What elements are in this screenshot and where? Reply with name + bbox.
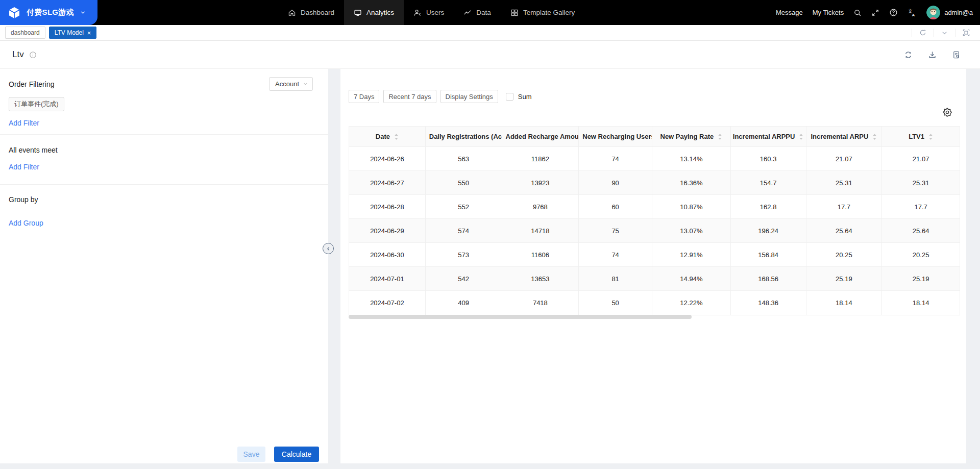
chevron-down-icon [303,81,308,87]
save-button[interactable]: Save [237,447,265,462]
table-cell: 9768 [502,195,579,218]
sort-icon[interactable] [394,133,399,140]
table-row: 2024-06-2855297686010.87%162.817.717.7 [349,195,960,219]
nav-item-users[interactable]: Users [404,0,454,25]
info-icon[interactable] [29,51,37,59]
fullscreen-icon[interactable] [871,9,879,17]
table-cell: 160.3 [731,147,806,170]
table-cell: 550 [426,171,502,194]
app-logo-icon [8,6,21,19]
page-actions [904,51,961,59]
column-label: New Recharging Users [582,133,652,140]
add-group-link[interactable]: Add Group [9,219,43,227]
table-cell: 11862 [502,147,579,170]
my-tickets-link[interactable]: My Tickets [813,9,844,16]
sort-icon[interactable] [718,133,722,140]
main-nav: Dashboard Analytics Users Data Template … [278,0,584,25]
column-header-incremental-arpu[interactable]: Incremental ARPU [806,127,883,146]
table-row: 2024-06-29574147187513.07%196.2425.6425.… [349,219,960,243]
tabbar-actions [912,26,977,39]
nav-item-data[interactable]: Data [454,0,501,25]
add-filter-link[interactable]: Add Filter [9,119,39,127]
project-selector[interactable]: 付费SLG游戏 [0,0,97,25]
group-by-section: Group by Add Group [0,185,328,227]
sum-toggle[interactable]: Sum [506,93,532,101]
table-row: 2024-06-30573116067412.91%156.8420.2520.… [349,243,960,267]
column-label: LTV1 [909,133,924,140]
table-cell: 2024-06-29 [349,219,426,242]
column-header-added-recharge-amou: Added Recharge Amou [502,127,579,146]
table-cell: 573 [426,243,502,266]
model-config-panel: Order Filtering Account 订单事件(完成) Add Fil… [0,69,328,463]
tab-ltv-model[interactable]: LTV Model × [49,27,97,39]
table-cell: 13.14% [652,147,731,170]
sort-icon[interactable] [799,133,803,140]
all-events-section: All events meet Add Filter [0,135,328,185]
tab-label: LTV Model [55,29,84,36]
table-cell: 17.7 [806,195,883,218]
page-header: Ltv [0,41,980,69]
search-icon[interactable] [853,9,862,17]
panel-gutter [328,69,340,469]
table-cell: 11606 [502,243,579,266]
chevron-left-icon [326,246,331,252]
table-cell: 154.7 [731,171,806,194]
table-cell: 20.25 [806,243,883,266]
table-body: 2024-06-26563118627413.14%160.321.0721.0… [349,147,960,315]
horizontal-scrollbar-thumb[interactable] [349,315,692,319]
tab-dashboard[interactable]: dashboard [5,27,45,39]
add-filter-link-events[interactable]: Add Filter [9,163,39,171]
table-cell: 196.24 [731,219,806,242]
close-icon[interactable]: × [87,30,91,36]
top-navbar: 付费SLG游戏 Dashboard Analytics Users Data T… [0,0,980,25]
column-header-ltv1[interactable]: LTV1 [882,127,960,146]
table-cell: 50 [579,291,652,315]
display-settings-button[interactable]: Display Settings [440,90,498,103]
seven-days-button[interactable]: 7 Days [349,90,379,103]
table-cell: 21.07 [806,147,883,170]
chevron-down-icon[interactable] [934,29,955,37]
account-select[interactable]: Account [269,77,313,91]
expand-window-icon[interactable] [955,29,977,37]
avatar [926,6,940,19]
panel-footer: Save Calculate [237,447,319,462]
recent-seven-days-button[interactable]: Recent 7 days [383,90,436,103]
nav-item-dashboard[interactable]: Dashboard [278,0,344,25]
column-header-incremental-arppu[interactable]: Incremental ARPPU [731,127,806,146]
nav-label: Data [476,9,491,16]
sort-icon[interactable] [872,133,877,140]
translate-icon[interactable]: 文A [908,8,917,17]
order-event-tag[interactable]: 订单事件(完成) [9,97,64,111]
nav-item-template-gallery[interactable]: Template Gallery [501,0,584,25]
column-header-date[interactable]: Date [349,127,426,146]
table-cell: 25.31 [882,171,960,194]
table-cell: 25.19 [882,267,960,290]
table-cell: 2024-06-30 [349,243,426,266]
ltv-table: DateDaily Registrations (AcAdded Recharg… [349,126,960,315]
page-title: Ltv [12,50,24,60]
nav-item-analytics[interactable]: Analytics [344,0,404,25]
user-menu[interactable]: admin@a [926,6,973,19]
table-cell: 18.14 [882,291,960,315]
table-cell: 574 [426,219,502,242]
grid-icon [510,9,519,17]
help-icon[interactable] [889,8,898,17]
table-cell: 16.36% [652,171,731,194]
table-cell: 2024-06-28 [349,195,426,218]
sort-icon[interactable] [928,133,933,140]
download-icon[interactable] [928,51,937,59]
collapse-panel-button[interactable] [323,243,334,254]
calculate-button[interactable]: Calculate [274,447,319,462]
refresh-tab-icon[interactable] [912,29,934,37]
column-label: Date [376,133,390,140]
column-header-new-paying-rate[interactable]: New Paying Rate [652,127,731,146]
result-controls: 7 Days Recent 7 days Display Settings Su… [349,90,966,103]
sum-checkbox[interactable] [506,93,513,101]
refresh-icon[interactable] [904,51,913,59]
table-cell: 156.84 [731,243,806,266]
message-link[interactable]: Message [776,9,803,16]
gear-icon[interactable] [942,107,952,117]
report-view-icon[interactable] [952,51,961,59]
table-cell: 162.8 [731,195,806,218]
chevron-down-icon [80,9,86,16]
